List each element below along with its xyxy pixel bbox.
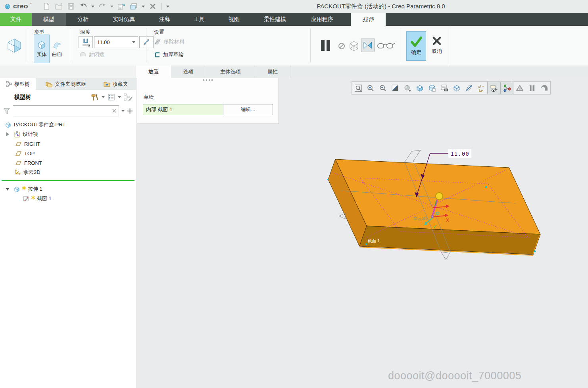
zoom-out-button[interactable] bbox=[377, 82, 389, 94]
window-switch-icon[interactable] bbox=[129, 2, 138, 11]
cancel-button[interactable]: 取消 bbox=[427, 31, 446, 60]
tab-tools[interactable]: 工具 bbox=[182, 13, 217, 26]
surface-type-button[interactable]: 曲面 bbox=[49, 35, 65, 63]
repaint-button[interactable] bbox=[389, 82, 401, 94]
tree-item-csys[interactable]: 拿云3D bbox=[0, 168, 136, 177]
saved-orientations-button[interactable] bbox=[426, 82, 438, 94]
collapse-arrow-icon[interactable] bbox=[6, 188, 10, 191]
folder-browser-icon bbox=[45, 81, 53, 87]
zoom-in-button[interactable] bbox=[364, 82, 377, 94]
tree-item-top-plane[interactable]: TOP bbox=[0, 149, 136, 158]
tree-filter-row bbox=[0, 104, 136, 118]
solid-type-button[interactable]: 实体 bbox=[34, 35, 50, 63]
sketch-reference-field[interactable]: 内部 截面 1 bbox=[143, 104, 224, 115]
depth-type-button[interactable] bbox=[79, 36, 93, 48]
new-file-icon[interactable] bbox=[42, 2, 51, 11]
extrude-feature-icon bbox=[5, 37, 24, 55]
remove-material-option[interactable]: 移除材料 bbox=[154, 38, 184, 45]
tree-item-section1[interactable]: 截面 1 bbox=[0, 194, 136, 203]
customize-toolbar-caret[interactable] bbox=[166, 6, 169, 8]
redo-menu-caret[interactable] bbox=[110, 6, 113, 8]
drag-handle-group[interactable]: X Z bbox=[424, 193, 450, 230]
tree-search-input[interactable] bbox=[13, 105, 119, 116]
tree-item-label: PACKOUT零件盒.PRT bbox=[14, 121, 65, 128]
display-style-button[interactable] bbox=[413, 82, 426, 94]
viewport-pause-button[interactable] bbox=[526, 82, 538, 94]
section-button[interactable] bbox=[463, 82, 475, 94]
shading-style-button[interactable] bbox=[401, 82, 413, 94]
graphics-toolbar: x/ bbox=[352, 81, 551, 95]
insert-here-indicator[interactable] bbox=[2, 180, 135, 181]
tree-tools-caret[interactable] bbox=[102, 96, 105, 98]
expand-tree-icon[interactable] bbox=[127, 108, 133, 114]
depth-dimension[interactable]: 11.00 bbox=[415, 149, 471, 197]
wireframe-preview-button[interactable] bbox=[348, 40, 360, 53]
depth-drag-handle[interactable] bbox=[436, 193, 443, 200]
regenerate-icon[interactable] bbox=[117, 2, 126, 11]
close-icon[interactable] bbox=[148, 2, 157, 11]
undo-icon[interactable] bbox=[79, 2, 88, 11]
tab-favorites[interactable]: 收藏夹 bbox=[95, 78, 136, 90]
tab-folder-browser[interactable]: 文件夹浏览器 bbox=[36, 78, 95, 90]
tree-item-right-plane[interactable]: RIGHT bbox=[0, 139, 136, 149]
tree-item-front-plane[interactable]: FRONT bbox=[0, 158, 136, 168]
annotation-display-button[interactable]: x/ bbox=[475, 82, 487, 94]
redo-icon[interactable] bbox=[98, 2, 107, 11]
tree-item-part[interactable]: PACKOUT零件盒.PRT bbox=[0, 120, 136, 129]
datum-display-filters-button[interactable] bbox=[487, 82, 500, 94]
spin-center-button[interactable] bbox=[500, 82, 513, 94]
transparent-display-button[interactable] bbox=[450, 82, 463, 94]
tab-body-options[interactable]: 主体选项 bbox=[206, 66, 255, 78]
tab-file[interactable]: 文件 bbox=[0, 13, 32, 26]
resume-button[interactable] bbox=[538, 82, 550, 94]
depth-dropdown-caret[interactable] bbox=[132, 41, 135, 43]
tab-model[interactable]: 模型 bbox=[32, 13, 66, 26]
tree-item-extrude1[interactable]: 拉伸 1 bbox=[0, 184, 136, 194]
tab-model-tree[interactable]: 模型树 bbox=[0, 78, 36, 90]
tab-flexible-modeling[interactable]: 柔性建模 bbox=[252, 13, 298, 26]
undo-menu-caret[interactable] bbox=[91, 6, 94, 8]
edit-sketch-button[interactable]: 编辑... bbox=[223, 104, 273, 115]
tab-live-simulation[interactable]: 实时仿真 bbox=[100, 13, 148, 26]
tree-item-design-items[interactable]: 设计项 bbox=[0, 129, 136, 139]
clear-search-icon[interactable] bbox=[112, 108, 117, 113]
tab-options[interactable]: 选项 bbox=[171, 66, 206, 78]
model-front-face[interactable] bbox=[359, 226, 540, 255]
filter-funnel-icon[interactable] bbox=[3, 108, 10, 114]
tab-properties[interactable]: 属性 bbox=[255, 66, 290, 78]
flip-direction-button[interactable] bbox=[139, 36, 154, 48]
tree-columns-icon[interactable] bbox=[124, 93, 132, 101]
expand-arrow-icon[interactable] bbox=[6, 132, 9, 136]
closed-end-icon bbox=[79, 52, 86, 58]
view-manager-button[interactable] bbox=[438, 82, 450, 94]
verify-button[interactable] bbox=[377, 42, 396, 52]
geometry-display-button[interactable] bbox=[513, 82, 526, 94]
closed-end-option[interactable]: 封闭端 bbox=[79, 51, 104, 58]
tree-tools-icon[interactable] bbox=[91, 93, 99, 101]
panel-grip-dots[interactable] bbox=[203, 79, 213, 81]
window-menu-caret[interactable] bbox=[142, 6, 145, 8]
no-preview-button[interactable] bbox=[338, 42, 345, 51]
ok-button[interactable]: 确定 bbox=[406, 31, 426, 61]
model-left-face[interactable] bbox=[328, 159, 367, 246]
model-top-face[interactable] bbox=[335, 159, 540, 234]
dimension-value[interactable]: 11.00 bbox=[450, 151, 469, 157]
tree-filters-icon[interactable] bbox=[108, 93, 115, 101]
tree-filters-caret[interactable] bbox=[118, 96, 121, 98]
save-icon[interactable] bbox=[67, 2, 75, 11]
search-options-caret[interactable] bbox=[121, 110, 125, 112]
depth-value-input[interactable]: 11.00 bbox=[94, 36, 138, 48]
open-file-icon[interactable] bbox=[54, 2, 63, 11]
favorites-icon bbox=[104, 81, 110, 87]
tab-analysis[interactable]: 分析 bbox=[66, 13, 100, 26]
thicken-sketch-option[interactable]: 加厚草绘 bbox=[154, 51, 184, 58]
tab-applications[interactable]: 应用程序 bbox=[298, 13, 346, 26]
tab-placement[interactable]: 放置 bbox=[136, 66, 171, 78]
attached-preview-button[interactable] bbox=[361, 39, 375, 52]
tab-extrude[interactable]: 拉伸 bbox=[351, 13, 386, 26]
tab-annotate[interactable]: 注释 bbox=[148, 13, 182, 26]
refit-button[interactable] bbox=[352, 82, 364, 94]
pause-button[interactable] bbox=[320, 39, 331, 53]
tab-view[interactable]: 视图 bbox=[217, 13, 252, 26]
graphics-area[interactable]: 11.00 X Z 拿云3D 截面 1 bbox=[136, 78, 588, 388]
